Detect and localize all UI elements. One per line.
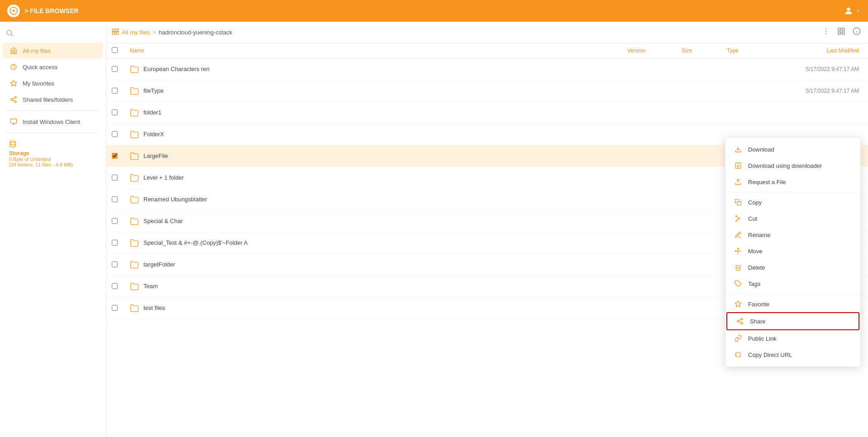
context-menu-item-move[interactable]: Move (725, 243, 860, 259)
svg-rect-16 (116, 29, 118, 31)
row-checkbox[interactable] (112, 88, 118, 94)
header-name[interactable]: Name (130, 48, 627, 54)
storage-details: (24 folders, 11 files - 4.8 MB) (9, 162, 97, 167)
folder-icon (130, 152, 139, 161)
user-menu[interactable] (844, 6, 861, 16)
my-favorites-label: My favorites (23, 80, 54, 87)
row-checkbox[interactable] (112, 218, 118, 224)
file-name: European Characters ren (143, 66, 210, 72)
svg-rect-23 (842, 28, 844, 30)
context-menu-item-download[interactable]: Download (725, 141, 860, 157)
search-icon[interactable] (5, 29, 14, 39)
file-name: targetFolder (143, 261, 175, 268)
row-checkbox-col (112, 66, 130, 72)
quick-access-label: Quick access (23, 64, 57, 71)
context-menu-item-copy-direct-url[interactable]: Copy Direct URL (725, 347, 860, 363)
file-name-cell: folder1 (130, 108, 627, 117)
svg-line-10 (13, 98, 15, 99)
svg-line-3 (11, 34, 13, 36)
table-row[interactable]: European Characters ren 5/17/2022 9:47:1… (106, 58, 868, 80)
context-menu-item-tags[interactable]: Tags (725, 276, 860, 292)
row-checkbox-col (112, 175, 130, 180)
app-title: > FILE BROWSER (24, 7, 78, 14)
row-checkbox[interactable] (112, 153, 118, 159)
more-options-button[interactable] (820, 25, 832, 39)
ctx-item-label: Copy (748, 199, 762, 206)
header-left: > FILE BROWSER (7, 5, 78, 17)
row-checkbox[interactable] (112, 109, 118, 115)
rename-icon (734, 231, 743, 238)
table-row[interactable]: fileType 5/17/2022 9:47:17 AM (106, 80, 868, 102)
row-checkbox[interactable] (112, 261, 118, 267)
context-menu-item-favorite[interactable]: Favorite (725, 296, 860, 312)
context-menu-item-copy[interactable]: Copy (725, 194, 860, 210)
folder-icon (130, 260, 139, 269)
svg-point-1 (847, 8, 850, 11)
context-menu-item-download-downloader[interactable]: Download using downloader (725, 157, 860, 174)
context-menu-item-request-file[interactable]: Request a File (725, 174, 860, 190)
row-checkbox[interactable] (112, 305, 118, 311)
context-menu: Download Download using downloader Reque… (725, 137, 861, 367)
row-checkbox[interactable] (112, 131, 118, 137)
context-menu-item-public-link[interactable]: Public Link (725, 330, 860, 347)
favorites-icon (9, 80, 18, 87)
storage-title: Storage (9, 150, 97, 157)
row-checkbox-col (112, 109, 130, 115)
sidebar-item-install-windows[interactable]: Install Windows Client (3, 114, 103, 130)
row-checkbox-col (112, 283, 130, 289)
header-type[interactable]: Type (727, 48, 772, 54)
row-checkbox[interactable] (112, 196, 118, 202)
row-checkbox-col (112, 218, 130, 224)
sidebar-item-my-favorites[interactable]: My favorites (3, 75, 103, 91)
context-menu-item-rename[interactable]: Rename (725, 227, 860, 243)
row-checkbox[interactable] (112, 283, 118, 289)
row-checkbox-col (112, 153, 130, 159)
context-menu-item-cut[interactable]: Cut (725, 210, 860, 227)
file-name: folder1 (143, 109, 162, 116)
table-row[interactable]: folder1 (106, 102, 868, 124)
row-checkbox[interactable] (112, 175, 118, 180)
toolbar-actions (820, 25, 863, 39)
svg-rect-18 (116, 32, 118, 34)
select-all-checkbox[interactable] (112, 47, 118, 53)
home-icon (9, 47, 18, 54)
svg-point-6 (14, 96, 16, 98)
row-checkbox[interactable] (112, 240, 118, 246)
app-logo (7, 5, 20, 17)
grid-view-button[interactable] (835, 25, 847, 39)
svg-point-14 (10, 141, 15, 142)
sidebar-item-all-my-files[interactable]: All my files (3, 43, 103, 59)
breadcrumb-root[interactable]: All my files (122, 29, 150, 36)
svg-marker-5 (10, 80, 16, 86)
header-checkbox-col (112, 47, 130, 54)
svg-line-46 (739, 319, 741, 321)
context-menu-item-delete[interactable]: Delete (725, 259, 860, 276)
row-checkbox[interactable] (112, 66, 118, 72)
link-icon (734, 335, 743, 342)
delete-icon (734, 264, 743, 271)
star-icon (734, 300, 743, 308)
ctx-item-label: Request a File (748, 179, 786, 185)
folder-icon (130, 173, 139, 182)
svg-point-2 (7, 30, 12, 35)
windows-icon (9, 118, 18, 125)
ctx-item-label: Download (748, 146, 774, 153)
toolbar: All my files > hadroncloud-yuening-cstac… (106, 22, 868, 43)
svg-rect-11 (10, 119, 16, 123)
header-version[interactable]: Version (627, 48, 682, 54)
download-box-icon (734, 162, 743, 169)
file-name: Special_Test & #+-@.(Copy)$'~Folder A (143, 239, 248, 246)
file-name-cell: test files (130, 304, 627, 313)
context-menu-divider (725, 294, 860, 294)
svg-rect-22 (838, 28, 840, 30)
context-menu-item-share[interactable]: Share (726, 312, 859, 330)
header-last-modified[interactable]: Last Modified (772, 48, 863, 54)
sidebar-item-quick-access[interactable]: Quick access (3, 59, 103, 75)
row-checkbox-col (112, 196, 130, 202)
ctx-item-label: Share (750, 318, 766, 325)
header-size[interactable]: Size (682, 48, 727, 54)
info-button[interactable] (851, 25, 863, 39)
sidebar-search-area (0, 25, 106, 43)
sidebar-item-shared-files[interactable]: Shared files/folders (3, 91, 103, 108)
download-icon (734, 146, 743, 153)
